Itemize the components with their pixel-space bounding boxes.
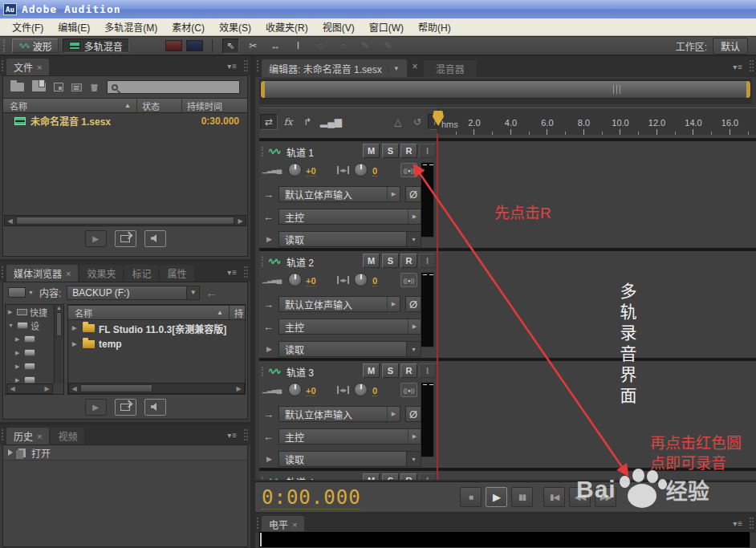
volume-knob[interactable] [288, 383, 302, 396]
output-selector[interactable]: 主控 ▶ [278, 209, 421, 225]
zoom-navigator[interactable] [259, 79, 752, 104]
volume-knob[interactable] [288, 163, 302, 177]
mute-button[interactable]: M [363, 473, 380, 480]
playhead-line[interactable] [437, 133, 438, 480]
track-grip[interactable] [262, 367, 264, 376]
solo-button[interactable]: S [382, 144, 399, 158]
tab-files[interactable]: 文件 × [6, 59, 49, 75]
volume-value[interactable]: +0 [306, 276, 316, 286]
output-selector[interactable]: 主控 ▶ [278, 428, 421, 444]
input-monitor-button[interactable]: I [419, 363, 436, 378]
combo-arrow-icon[interactable]: ▶ [408, 209, 421, 224]
track-grip[interactable] [262, 257, 264, 266]
panel-grip-right[interactable] [244, 429, 248, 440]
file-row[interactable]: 未命名混音 1.sesx 0:30.000 [3, 113, 247, 128]
pan-value[interactable]: 0 [372, 386, 377, 396]
panel-menu-icon[interactable]: ▾≡ [733, 519, 743, 528]
expand-icon[interactable]: ▶ [8, 309, 14, 315]
scrollbar-thumb[interactable] [80, 384, 152, 392]
column-name[interactable]: 名称 ▲ [3, 99, 136, 112]
column-status[interactable]: 状态 [136, 99, 181, 112]
search-input[interactable] [107, 80, 240, 94]
sends-button[interactable]: ↱ [299, 114, 316, 130]
column-duration[interactable]: 持续时间 [181, 99, 247, 112]
volume-knob[interactable] [288, 273, 302, 286]
track-name[interactable]: 轨道 2 [287, 255, 314, 269]
pan-value[interactable]: 0 [372, 166, 377, 177]
combo-arrow-icon[interactable]: ▶ [387, 407, 400, 421]
auto-play-button[interactable] [115, 399, 136, 416]
panel-grip[interactable] [2, 429, 4, 440]
solo-button[interactable]: S [382, 363, 399, 378]
preview-play-button[interactable]: ▶ [85, 230, 107, 247]
dropdown-arrow-icon[interactable]: ▼ [406, 342, 421, 356]
preview-volume-button[interactable] [144, 399, 166, 416]
scroll-left-icon[interactable]: ◀ [69, 384, 79, 393]
pan-knob[interactable] [354, 383, 368, 396]
mute-button[interactable]: M [363, 363, 380, 378]
input-selector[interactable]: 默认立体声输入 ▶ [278, 296, 400, 312]
scroll-right-icon[interactable]: ▶ [42, 384, 52, 393]
monitor-input-icon[interactable]: ((●)) [400, 273, 417, 287]
scroll-right-icon[interactable]: ▶ [234, 384, 244, 393]
combo-arrow-icon[interactable]: ▶ [408, 429, 421, 444]
record-arm-button[interactable]: R [400, 363, 417, 378]
track-grip[interactable] [262, 477, 264, 480]
tab-effects-rack[interactable]: 效果夹 [79, 265, 123, 282]
loop-playback-icon[interactable]: ↺ [408, 114, 426, 130]
automation-mode-selector[interactable]: 读取 ▼ [278, 231, 421, 247]
chevron-down-icon[interactable]: ▼ [28, 290, 34, 295]
track-name[interactable]: 轨道 4 [287, 475, 314, 480]
zoom-handle-left[interactable] [261, 81, 265, 98]
close-icon[interactable]: × [292, 520, 297, 530]
scroll-up-icon[interactable]: ▲ [56, 305, 62, 311]
automation-mode-selector[interactable]: 读取 ▼ [278, 451, 421, 467]
content-drive-dropdown[interactable]: BACKUP (F:) ▼ [67, 286, 200, 300]
panel-grip[interactable] [257, 518, 259, 529]
play-button[interactable]: ▶ [486, 487, 507, 507]
spectral-display-button[interactable] [165, 40, 182, 51]
expand-icon[interactable]: ▶ [15, 336, 22, 343]
automation-expand-icon[interactable]: ▶ [266, 345, 272, 353]
menu-edit[interactable]: 编辑(E) [51, 18, 97, 36]
waveform-view-button[interactable]: ∿∿ 波形 [12, 39, 59, 53]
volume-value[interactable]: +0 [306, 166, 316, 177]
monitor-input-icon[interactable]: ((●)) [400, 383, 417, 397]
back-icon[interactable]: ← [205, 286, 217, 299]
dropdown-arrow-icon[interactable]: ▼ [406, 452, 421, 466]
move-tool[interactable]: ⇖ [222, 39, 239, 54]
effects-button[interactable]: fx [279, 114, 297, 130]
tab-levels[interactable]: 电平 × [262, 516, 304, 533]
record-arm-button[interactable]: R [400, 144, 417, 158]
editor-dropdown-icon[interactable]: ▼ [388, 65, 400, 72]
track-name[interactable]: 轨道 3 [287, 365, 314, 379]
mute-button[interactable]: M [363, 144, 380, 158]
delete-icon[interactable] [90, 83, 99, 91]
output-selector[interactable]: 主控 ▶ [278, 319, 421, 335]
stop-button[interactable]: ■ [460, 487, 482, 507]
phase-invert-button[interactable]: Ø [405, 406, 421, 422]
slip-tool[interactable]: ↔ [267, 39, 284, 54]
menu-multitrack[interactable]: 多轨混音(M) [97, 18, 165, 36]
tab-history[interactable]: 历史 × [6, 428, 49, 444]
skip-to-start-button[interactable]: ▮◀ [543, 487, 565, 507]
paintbrush-tool[interactable]: ✎ [357, 39, 374, 54]
close-icon[interactable]: × [413, 61, 418, 72]
automation-mode-selector[interactable]: 读取 ▼ [278, 341, 421, 357]
marquee-selection-tool[interactable]: ○ [312, 39, 329, 54]
phase-invert-button[interactable]: Ø [405, 186, 421, 202]
input-monitor-button[interactable]: I [419, 473, 436, 480]
dropdown-arrow-icon[interactable]: ▼ [186, 286, 199, 299]
multitrack-view-button[interactable]: 多轨混音 [63, 39, 129, 53]
tree-horizontal-scrollbar[interactable]: ◀ ▶ [6, 384, 53, 394]
time-display[interactable]: 0:00.000 [262, 486, 361, 509]
panel-grip-right[interactable] [244, 60, 248, 71]
tab-properties[interactable]: 属性 [160, 265, 193, 282]
scrollbar-thumb[interactable] [56, 312, 62, 336]
lasso-selection-tool[interactable]: ○ [335, 39, 352, 54]
panel-grip-right[interactable] [750, 518, 754, 529]
razor-tool[interactable]: ✂ [245, 39, 262, 54]
pan-knob[interactable] [354, 273, 368, 286]
solo-button[interactable]: S [382, 254, 399, 268]
input-monitor-button[interactable]: I [419, 144, 436, 158]
